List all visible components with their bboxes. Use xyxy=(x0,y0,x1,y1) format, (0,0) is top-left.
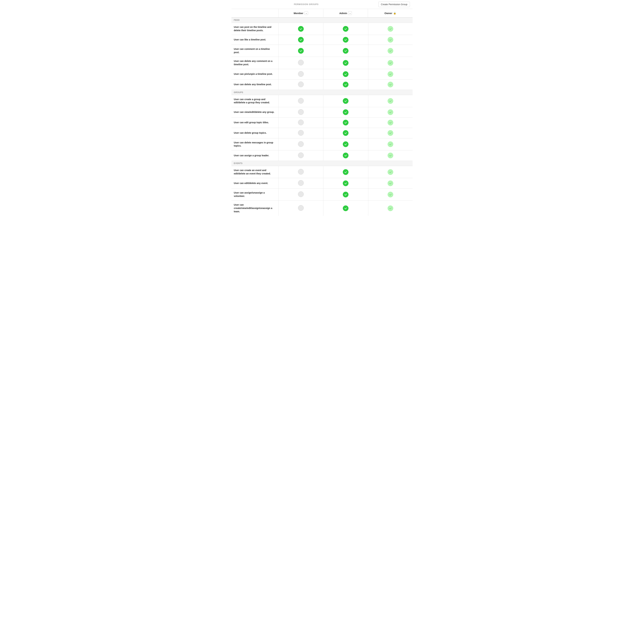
check-icon-green[interactable] xyxy=(343,60,348,66)
member-cell[interactable] xyxy=(278,178,323,189)
table-row: User can assign a group leader. xyxy=(231,150,413,161)
admin-cell[interactable] xyxy=(323,166,368,178)
check-icon-empty[interactable] xyxy=(298,180,304,186)
admin-cell[interactable] xyxy=(323,23,368,35)
check-icon-green[interactable] xyxy=(343,120,348,125)
member-cell[interactable] xyxy=(278,107,323,117)
check-icon-empty[interactable] xyxy=(298,130,304,136)
check-icon-empty[interactable] xyxy=(298,205,304,211)
admin-cell[interactable] xyxy=(323,69,368,79)
table-row: User can edit/delete any event. xyxy=(231,178,413,189)
check-icon-green[interactable] xyxy=(343,169,348,175)
permission-label: User can view/edit/delete any group. xyxy=(231,107,278,117)
member-dropdown-icon[interactable]: ⌄ xyxy=(304,11,308,15)
check-icon-green[interactable] xyxy=(343,71,348,77)
owner-cell xyxy=(368,138,413,150)
admin-cell[interactable] xyxy=(323,178,368,189)
admin-cell[interactable] xyxy=(323,57,368,69)
permission-label: User can delete any timeline post. xyxy=(231,79,278,90)
check-icon-green[interactable] xyxy=(343,180,348,186)
admin-cell[interactable] xyxy=(323,201,368,216)
check-icon-light[interactable] xyxy=(388,26,393,32)
member-cell[interactable] xyxy=(278,57,323,69)
check-icon-light[interactable] xyxy=(388,98,393,104)
table-row: User can view/edit/delete any group. xyxy=(231,107,413,117)
admin-cell[interactable] xyxy=(323,35,368,45)
member-cell[interactable] xyxy=(278,166,323,178)
admin-cell[interactable] xyxy=(323,107,368,117)
check-icon-green[interactable] xyxy=(343,153,348,158)
check-icon-green[interactable] xyxy=(343,37,348,43)
check-icon-empty[interactable] xyxy=(298,60,304,65)
owner-cell xyxy=(368,178,413,189)
member-cell[interactable] xyxy=(278,201,323,216)
admin-cell[interactable] xyxy=(323,138,368,150)
check-icon-green[interactable] xyxy=(343,98,348,104)
check-icon-light[interactable] xyxy=(388,37,393,43)
check-icon-light[interactable] xyxy=(388,71,393,77)
check-icon-green[interactable] xyxy=(343,141,348,147)
permission-label: User can create/view/edit/assign/unassig… xyxy=(231,201,278,216)
member-cell[interactable] xyxy=(278,95,323,107)
member-col-label: Member xyxy=(294,12,303,15)
member-cell[interactable] xyxy=(278,79,323,90)
check-icon-green[interactable] xyxy=(343,109,348,115)
check-icon-light[interactable] xyxy=(388,82,393,87)
admin-cell[interactable] xyxy=(323,189,368,201)
check-icon-empty[interactable] xyxy=(298,152,304,158)
member-cell[interactable] xyxy=(278,128,323,138)
check-icon-green[interactable] xyxy=(298,37,304,43)
member-cell[interactable] xyxy=(278,189,323,201)
member-cell[interactable] xyxy=(278,45,323,57)
check-icon-green[interactable] xyxy=(343,130,348,136)
check-icon-light[interactable] xyxy=(388,130,393,136)
admin-cell[interactable] xyxy=(323,128,368,138)
permission-label: User can assign a group leader. xyxy=(231,150,278,161)
check-icon-light[interactable] xyxy=(388,120,393,125)
check-icon-empty[interactable] xyxy=(298,191,304,197)
admin-cell[interactable] xyxy=(323,45,368,57)
check-icon-light[interactable] xyxy=(388,48,393,54)
check-icon-light[interactable] xyxy=(388,169,393,175)
member-cell[interactable] xyxy=(278,35,323,45)
check-icon-empty[interactable] xyxy=(298,98,304,104)
member-cell[interactable] xyxy=(278,150,323,161)
check-icon-empty[interactable] xyxy=(298,141,304,147)
create-permission-group-button[interactable]: Create Permission Group xyxy=(378,2,410,7)
check-icon-green[interactable] xyxy=(343,48,348,54)
admin-cell[interactable] xyxy=(323,95,368,107)
admin-cell[interactable] xyxy=(323,79,368,90)
check-icon-light[interactable] xyxy=(388,109,393,115)
owner-cell xyxy=(368,107,413,117)
member-cell[interactable] xyxy=(278,23,323,35)
check-icon-green[interactable] xyxy=(298,48,304,54)
section-label: FEED xyxy=(231,18,413,23)
check-icon-green[interactable] xyxy=(343,26,348,32)
member-cell[interactable] xyxy=(278,69,323,79)
check-icon-green[interactable] xyxy=(343,82,348,87)
check-icon-empty[interactable] xyxy=(298,120,304,125)
check-icon-light[interactable] xyxy=(388,141,393,147)
member-cell[interactable] xyxy=(278,138,323,150)
check-icon-green[interactable] xyxy=(343,205,348,211)
section-row: FEED xyxy=(231,18,413,23)
owner-cell xyxy=(368,69,413,79)
member-cell[interactable] xyxy=(278,117,323,128)
admin-cell[interactable] xyxy=(323,150,368,161)
admin-dropdown-icon[interactable]: ⌄ xyxy=(348,11,352,15)
check-icon-light[interactable] xyxy=(388,60,393,66)
check-icon-light[interactable] xyxy=(388,192,393,197)
check-icon-empty[interactable] xyxy=(298,82,304,87)
check-icon-light[interactable] xyxy=(388,205,393,211)
check-icon-empty[interactable] xyxy=(298,169,304,175)
check-icon-light[interactable] xyxy=(388,153,393,158)
check-icon-green[interactable] xyxy=(298,26,304,32)
check-icon-empty[interactable] xyxy=(298,71,304,77)
permission-groups-label: PERMISSION GROUPS xyxy=(234,3,378,6)
admin-cell[interactable] xyxy=(323,117,368,128)
owner-cell xyxy=(368,117,413,128)
check-icon-light[interactable] xyxy=(388,180,393,186)
check-icon-empty[interactable] xyxy=(298,109,304,115)
check-icon-green[interactable] xyxy=(343,192,348,197)
section-row: GROUPS xyxy=(231,90,413,95)
